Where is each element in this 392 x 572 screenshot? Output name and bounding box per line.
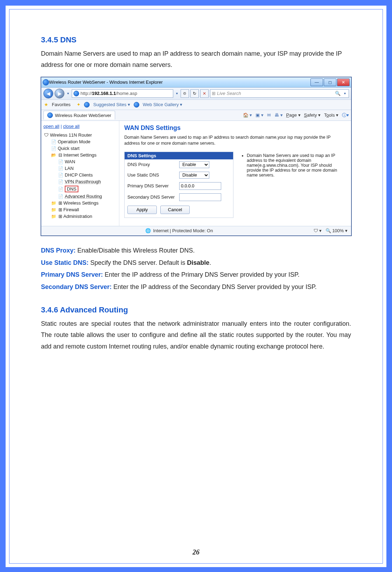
add-favorite-icon[interactable]: ✦ [77, 102, 80, 107]
tree-dns[interactable]: DNS [43, 185, 117, 193]
minimize-button[interactable]: — [310, 78, 323, 86]
ie-window: Wireless Router WebServer - Windows Inte… [41, 77, 351, 236]
row-dns-proxy: DNS Proxy Enable [125, 159, 233, 170]
select-dns-proxy[interactable]: Enable [179, 161, 209, 168]
close-button[interactable]: ✕ [337, 78, 350, 86]
browser-tab[interactable]: Wireless Router WebServer [43, 111, 115, 119]
internet-zone-icon: 🌐 [145, 228, 151, 233]
router-main-panel: WAN DNS Settings Domain Name Servers are… [119, 121, 351, 226]
cmd-page[interactable]: Page ▾ [286, 112, 301, 118]
tree-advanced-routing[interactable]: Advanced Routing [43, 193, 117, 200]
tree-administration[interactable]: ⊞Administration [43, 213, 117, 220]
tab-label: Wireless Router WebServer [55, 113, 111, 118]
wan-dns-intro: Domain Name Servers are used to map an I… [124, 135, 345, 147]
search-input[interactable]: ⊞ Live Search 🔍 ▾ [210, 89, 349, 98]
search-provider-icon: ⊞ [212, 91, 216, 96]
ie-app-icon [43, 79, 49, 85]
sidebar-expand-controls: open all | close all [43, 124, 117, 129]
tree-dhcp[interactable]: DHCP Clients [43, 172, 117, 178]
close-all-link[interactable]: close all [63, 124, 79, 129]
input-secondary-dns[interactable] [179, 193, 221, 201]
tree-quick-start[interactable]: Quick start [43, 145, 117, 152]
dns-info-box: Domain Name Servers are used to map an I… [239, 152, 345, 218]
compat-view-icon[interactable]: ⛭ [181, 89, 189, 98]
tree-root[interactable]: 🛡 Wireless 11N Router [43, 132, 117, 138]
ie-favorites-bar: ★ Favorites ✦ Suggested Sites ▾ Web Slic… [41, 100, 351, 110]
ie-content-area: open all | close all 🛡 Wireless 11N Rout… [41, 121, 351, 226]
row-secondary-dns: Secondary DNS Server [125, 192, 233, 203]
select-use-static[interactable]: Disable [179, 172, 209, 179]
home-icon[interactable]: 🏠 ▾ [243, 112, 252, 118]
zoom-control[interactable]: 🔍 100% ▾ [326, 228, 348, 233]
nav-tree: 🛡 Wireless 11N Router Operation Mode Qui… [43, 132, 117, 220]
label-use-static: Use Static DNS [127, 172, 176, 178]
section-346-heading: 3.4.6 Advanced Routing [41, 305, 351, 315]
page-number: 26 [9, 548, 383, 556]
status-text: Internet | Protected Mode: On [153, 228, 213, 233]
dns-buttons: Apply Cancel [125, 203, 233, 218]
dns-panel: DNS Settings DNS Proxy Enable Use Static… [124, 152, 345, 218]
address-input[interactable]: http://192.168.1.1/home.asp [72, 89, 173, 98]
refresh-button[interactable]: ↻ [190, 89, 199, 98]
ie-address-bar: ◀ ▶ ▾ http://192.168.1.1/home.asp ▾ ⛭ ↻ … [41, 88, 351, 100]
read-mail-icon[interactable]: ✉ [267, 112, 271, 118]
status-right: 🛡 ▾ 🔍 100% ▾ [314, 228, 348, 233]
tree-operation-mode[interactable]: Operation Mode [43, 138, 117, 145]
dns-info-text: Domain Name Servers are used to map an I… [247, 153, 343, 178]
open-all-link[interactable]: open all [43, 124, 59, 129]
page-favicon-icon [74, 91, 79, 96]
section-346-body: Static routes are special routes that th… [41, 318, 351, 352]
wan-dns-title: WAN DNS Settings [124, 124, 345, 132]
section-345-heading: 3.4.5 DNS [41, 35, 351, 44]
address-url: http://192.168.1.1/home.asp [80, 91, 137, 96]
search-dropdown[interactable]: ▾ [343, 91, 347, 95]
tree-wireless[interactable]: ⊞Wireless Settings [43, 200, 117, 206]
tree-wan[interactable]: WAN [43, 158, 117, 165]
search-go-icon[interactable]: 🔍 [334, 91, 341, 96]
tree-internet-settings[interactable]: ⊟Internet Settings [43, 152, 117, 158]
print-icon[interactable]: 🖶 ▾ [274, 112, 283, 118]
def-secondary: Secondary DNS Server: Enter the IP addre… [41, 282, 351, 292]
status-left: 🌐 Internet | Protected Mode: On [145, 228, 213, 233]
label-dns-proxy: DNS Proxy [127, 162, 176, 167]
label-primary-dns: Primary DNS Server [127, 183, 176, 188]
def-primary: Primary DNS Server: Enter the IP address… [41, 270, 351, 280]
input-primary-dns[interactable] [179, 182, 221, 190]
feeds-icon[interactable]: ▣ ▾ [255, 112, 264, 118]
ie-title: Wireless Router WebServer - Windows Inte… [49, 80, 310, 85]
apply-button[interactable]: Apply [127, 206, 157, 214]
tree-lan[interactable]: LAN [43, 165, 117, 172]
stop-button[interactable]: ✕ [200, 89, 209, 98]
favorites-label[interactable]: Favorites [52, 102, 70, 107]
protected-mode-icon[interactable]: 🛡 ▾ [314, 228, 322, 233]
page-border-outer: 3.4.5 DNS Domain Name Servers are used t… [5, 5, 387, 568]
maximize-button[interactable]: ◻ [324, 78, 336, 86]
ie-command-bar: 🏠 ▾ ▣ ▾ ✉ 🖶 ▾ Page ▾ Safety ▾ Tools ▾ ⓘ▾ [243, 112, 349, 118]
tab-favicon-icon [47, 112, 53, 118]
cmd-safety[interactable]: Safety ▾ [304, 112, 321, 118]
nav-history-dropdown[interactable]: ▾ [66, 91, 70, 95]
suggested-sites-icon [84, 102, 90, 108]
tree-vpn[interactable]: VPN Passthrough [43, 178, 117, 185]
favorites-star-icon[interactable]: ★ [44, 102, 48, 107]
help-icon[interactable]: ⓘ▾ [342, 112, 349, 118]
suggested-sites-link[interactable]: Suggested Sites ▾ [93, 102, 130, 107]
window-buttons: — ◻ ✕ [310, 78, 350, 86]
tree-firewall[interactable]: ⊞Firewall [43, 206, 117, 213]
cmd-tools[interactable]: Tools ▾ [324, 112, 338, 118]
forward-button[interactable]: ▶ [55, 89, 64, 98]
def-dns-proxy: DNS Proxy: Enable/Disable this Wireless … [41, 246, 351, 256]
ie-titlebar: Wireless Router WebServer - Windows Inte… [41, 77, 351, 88]
section-345-intro: Domain Name Servers are used to map an I… [41, 48, 351, 71]
page-background: 3.4.5 DNS Domain Name Servers are used t… [0, 0, 392, 572]
dns-settings-legend: DNS Settings [125, 152, 233, 159]
back-button[interactable]: ◀ [43, 89, 53, 98]
label-secondary-dns: Secondary DNS Server [127, 194, 176, 200]
router-sidebar: open all | close all 🛡 Wireless 11N Rout… [41, 121, 119, 226]
cancel-button[interactable]: Cancel [160, 206, 190, 214]
page-border-inner: 3.4.5 DNS Domain Name Servers are used t… [9, 9, 383, 564]
address-dropdown[interactable]: ▾ [175, 91, 179, 95]
ie-status-bar: 🌐 Internet | Protected Mode: On 🛡 ▾ 🔍 10… [41, 226, 351, 235]
web-slice-link[interactable]: Web Slice Gallery ▾ [143, 102, 183, 107]
ie-tab-bar: Wireless Router WebServer 🏠 ▾ ▣ ▾ ✉ 🖶 ▾ … [41, 110, 351, 121]
